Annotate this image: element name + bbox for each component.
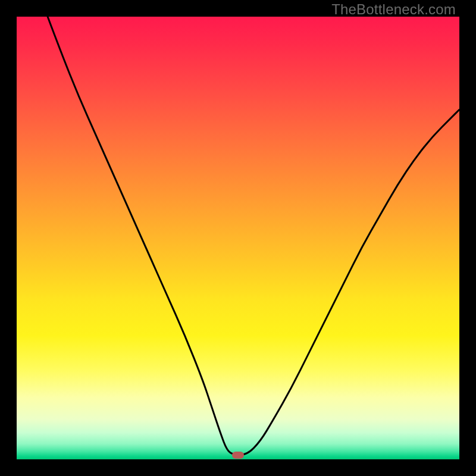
bottleneck-curve-path xyxy=(48,17,459,455)
chart-curve-svg xyxy=(17,17,459,459)
watermark-text: TheBottleneck.com xyxy=(331,1,456,18)
chart-frame xyxy=(17,17,459,459)
minimum-marker xyxy=(232,452,244,459)
